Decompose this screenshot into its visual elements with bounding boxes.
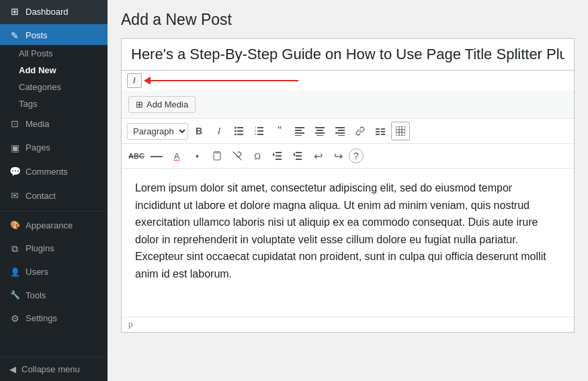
help-button[interactable]: ? — [349, 149, 364, 163]
editor-wrapper: ⊞ Add Media Paragraph B I 123 " — [121, 91, 575, 333]
sidebar-sub-addnew[interactable]: Add New — [19, 62, 108, 79]
svg-rect-12 — [295, 127, 304, 128]
svg-rect-39 — [276, 155, 282, 157]
svg-rect-17 — [317, 130, 323, 131]
posts-submenu: All Posts Add New Categories Tags — [0, 45, 108, 112]
add-media-icon: ⊞ — [136, 99, 143, 110]
svg-rect-38 — [276, 152, 282, 153]
svg-rect-2 — [237, 134, 243, 135]
ordered-list-button[interactable]: 123 — [250, 122, 269, 140]
horizontal-rule-button[interactable]: — — [147, 146, 166, 165]
sidebar-sub-tags[interactable]: Tags — [19, 95, 108, 112]
align-center-button[interactable] — [310, 122, 329, 140]
sidebar-item-label: Plugins — [26, 243, 54, 255]
comments-icon: 💬 — [9, 165, 20, 179]
svg-rect-30 — [396, 126, 405, 136]
svg-marker-45 — [293, 153, 295, 157]
text-color-button[interactable]: A — [167, 146, 186, 165]
collapse-menu-label: Collapse menu — [22, 364, 80, 374]
indent-button[interactable] — [268, 146, 287, 165]
collapse-arrow-icon: ◀ — [9, 364, 16, 374]
align-left-button[interactable] — [290, 122, 309, 140]
add-media-button[interactable]: ⊞ Add Media — [128, 96, 196, 113]
sidebar-item-label: Settings — [26, 312, 57, 325]
sidebar: ⊞ Dashboard ✎ Posts All Posts Add New Ca… — [0, 0, 108, 381]
sidebar-item-label: Pages — [26, 142, 50, 154]
sidebar-sub-allposts[interactable]: All Posts — [19, 45, 108, 62]
pages-icon: ▣ — [9, 142, 20, 155]
sidebar-item-tools[interactable]: 🔧 Tools — [0, 284, 108, 307]
svg-rect-28 — [381, 131, 385, 132]
sidebar-item-media[interactable]: ⊡ Media — [0, 112, 108, 136]
sidebar-item-users[interactable]: 👤 Users — [0, 261, 108, 284]
body-text: Lorem ipsum dolor sit amet, consectetur … — [135, 179, 560, 283]
align-right-button[interactable] — [331, 122, 349, 140]
sidebar-divider — [0, 211, 108, 212]
strikethrough-button[interactable]: ABC — [127, 146, 146, 165]
sidebar-item-appearance[interactable]: 🎨 Appearance — [0, 214, 108, 237]
italic-button[interactable]: I — [210, 122, 228, 140]
sidebar-sub-categories[interactable]: Categories — [19, 79, 108, 95]
plugins-icon: ⧉ — [9, 243, 20, 256]
svg-rect-8 — [257, 134, 263, 135]
svg-rect-7 — [257, 130, 263, 132]
remove-link-button[interactable] — [228, 146, 247, 165]
post-title-area — [121, 38, 575, 71]
svg-rect-1 — [237, 130, 243, 132]
special-chars-button[interactable]: Ω — [248, 146, 267, 165]
editor-content[interactable]: Lorem ipsum dolor sit amet, consectetur … — [122, 169, 574, 316]
page-title: Add a New Post — [121, 11, 575, 29]
toolbar-row-1: Paragraph B I 123 " — [122, 119, 574, 144]
arrow-line — [151, 80, 298, 81]
settings-icon: ⚙ — [9, 312, 20, 326]
sidebar-item-label: Tools — [26, 290, 46, 302]
sidebar-item-label: Comments — [26, 166, 68, 178]
sidebar-item-dashboard[interactable]: ⊞ Dashboard — [0, 0, 108, 24]
dashboard-icon: ⊞ — [9, 5, 20, 19]
sidebar-item-plugins[interactable]: ⧉ Plugins — [0, 237, 108, 261]
toolbar-row-2: ABC — A ▾ Ω ↩ ↪ ? — [122, 144, 574, 169]
sidebar-item-posts[interactable]: ✎ Posts — [0, 24, 108, 46]
sidebar-item-label: Contact — [26, 190, 56, 202]
link-button[interactable] — [351, 122, 370, 140]
media-icon: ⊡ — [9, 118, 20, 131]
redo-button[interactable]: ↪ — [329, 146, 347, 165]
svg-rect-18 — [315, 132, 325, 134]
unordered-list-button[interactable] — [230, 122, 249, 140]
paragraph-select[interactable]: Paragraph — [127, 123, 188, 140]
svg-text:3: 3 — [255, 132, 257, 136]
editor-statusbar: p — [122, 316, 574, 332]
sidebar-item-settings[interactable]: ⚙ Settings — [0, 307, 108, 331]
blockquote-button[interactable]: " — [270, 122, 289, 140]
tools-icon: 🔧 — [9, 290, 20, 301]
undo-button[interactable]: ↩ — [308, 146, 327, 165]
svg-rect-6 — [257, 127, 263, 128]
sidebar-item-label: Dashboard — [26, 6, 69, 18]
svg-rect-14 — [295, 132, 304, 134]
svg-rect-27 — [381, 128, 385, 130]
table-button[interactable] — [391, 122, 410, 140]
svg-rect-19 — [317, 135, 323, 136]
sidebar-item-label: Appearance — [26, 220, 73, 232]
svg-rect-26 — [376, 134, 380, 135]
svg-rect-21 — [338, 130, 345, 131]
paste-text-button[interactable] — [208, 146, 226, 165]
svg-rect-20 — [335, 127, 345, 128]
svg-rect-13 — [295, 130, 302, 131]
outdent-button[interactable] — [288, 146, 307, 165]
collapse-menu-button[interactable]: ◀ Collapse menu — [0, 357, 108, 381]
svg-rect-15 — [295, 135, 302, 136]
svg-rect-22 — [335, 132, 345, 134]
more-toolbar-button[interactable] — [371, 122, 390, 140]
sidebar-item-pages[interactable]: ▣ Pages — [0, 136, 108, 161]
svg-rect-16 — [315, 127, 325, 128]
svg-marker-41 — [273, 153, 275, 157]
sidebar-item-comments[interactable]: 💬 Comments — [0, 160, 108, 184]
post-title-input[interactable] — [122, 39, 574, 70]
bold-button[interactable]: B — [190, 122, 208, 140]
sidebar-item-contact[interactable]: ✉ Contact — [0, 184, 108, 208]
svg-rect-24 — [376, 128, 380, 130]
svg-rect-36 — [215, 151, 219, 153]
text-color-arrow[interactable]: ▾ — [187, 146, 206, 165]
svg-rect-44 — [296, 159, 302, 160]
